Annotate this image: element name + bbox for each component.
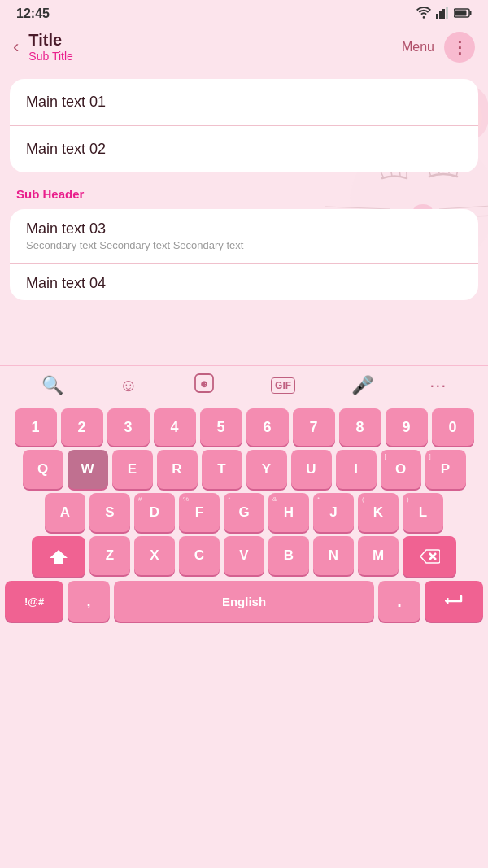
backspace-key[interactable] xyxy=(403,536,456,577)
key-q[interactable]: Q xyxy=(23,450,63,489)
key-6[interactable]: 6 xyxy=(246,408,289,446)
list-item-3[interactable]: Main text 03 Secondary text Secondary te… xyxy=(10,209,478,264)
key-r[interactable]: R xyxy=(157,450,198,489)
key-3[interactable]: 3 xyxy=(107,408,150,446)
more-toolbar-icon[interactable]: ··· xyxy=(429,375,447,396)
key-9[interactable]: 9 xyxy=(386,408,428,446)
content-area: Main text 01 Main text 02 Sub Header Mai… xyxy=(0,72,488,365)
svg-rect-3 xyxy=(446,7,448,19)
key-8[interactable]: 8 xyxy=(339,408,381,446)
emoji-icon[interactable]: ☺ xyxy=(120,375,137,396)
key-5[interactable]: 5 xyxy=(200,408,242,446)
asdf-row: A S #D %F ^G &H *J (K )L xyxy=(5,493,483,532)
list-group-1: Main text 01 Main text 02 xyxy=(10,79,478,172)
sub-header: Sub Header xyxy=(0,179,488,206)
key-b[interactable]: B xyxy=(268,536,309,575)
key-s[interactable]: S xyxy=(89,493,130,532)
key-o[interactable]: [O xyxy=(381,450,421,489)
key-e[interactable]: E xyxy=(112,450,153,489)
mic-icon[interactable]: 🎤 xyxy=(351,375,373,396)
key-2[interactable]: 2 xyxy=(61,408,103,446)
space-key[interactable]: English xyxy=(114,581,374,622)
number-row: 1 2 3 4 5 6 7 8 9 0 xyxy=(5,408,483,446)
key-n[interactable]: N xyxy=(313,536,354,575)
key-z[interactable]: Z xyxy=(89,536,130,575)
list-item-4[interactable]: Main text 04 xyxy=(10,264,478,300)
app-bar: ‹ Title Sub Title Menu ⋮ xyxy=(0,24,488,72)
key-v[interactable]: V xyxy=(224,536,264,575)
key-i[interactable]: I xyxy=(336,450,377,489)
key-p[interactable]: ]P xyxy=(425,450,466,489)
status-icons xyxy=(416,7,472,21)
svg-rect-2 xyxy=(442,9,445,19)
key-m[interactable]: M xyxy=(358,536,399,575)
zxcv-row: Z X C V B N M xyxy=(5,536,483,577)
key-t[interactable]: T xyxy=(202,450,242,489)
key-0[interactable]: 0 xyxy=(432,408,474,446)
battery-icon xyxy=(454,8,472,20)
gif-button[interactable]: GIF xyxy=(271,377,295,394)
qwerty-row: Q W E R T Y U I [O ]P xyxy=(5,450,483,489)
svg-rect-6 xyxy=(455,10,467,15)
title-block: Title Sub Title xyxy=(28,31,402,63)
key-7[interactable]: 7 xyxy=(293,408,335,446)
app-subtitle: Sub Title xyxy=(28,50,402,63)
keyboard: 1 2 3 4 5 6 7 8 9 0 Q W E R T Y U I [O ]… xyxy=(0,405,488,634)
svg-text:☻: ☻ xyxy=(198,377,210,390)
key-x[interactable]: X xyxy=(134,536,175,575)
key-y[interactable]: Y xyxy=(246,450,287,489)
svg-rect-0 xyxy=(436,14,438,19)
symbols-key[interactable]: !@# xyxy=(5,581,63,622)
more-button[interactable]: ⋮ xyxy=(444,32,475,63)
bottom-row: !@# , English . xyxy=(5,581,483,622)
list-group-2: Main text 03 Secondary text Secondary te… xyxy=(10,209,478,300)
key-k[interactable]: (K xyxy=(358,493,399,532)
search-icon[interactable]: 🔍 xyxy=(41,375,63,396)
key-f[interactable]: %F xyxy=(179,493,220,532)
back-button[interactable]: ‹ xyxy=(13,37,19,58)
shift-key[interactable] xyxy=(32,536,85,577)
signal-icon xyxy=(436,7,449,21)
wifi-icon xyxy=(416,7,431,21)
comma-key[interactable]: , xyxy=(68,581,110,622)
enter-key[interactable] xyxy=(425,581,483,622)
key-w[interactable]: W xyxy=(68,450,108,489)
status-time: 12:45 xyxy=(16,7,50,21)
key-1[interactable]: 1 xyxy=(15,408,57,446)
svg-marker-28 xyxy=(50,550,68,564)
key-a[interactable]: A xyxy=(45,493,85,532)
key-g[interactable]: ^G xyxy=(224,493,264,532)
key-d[interactable]: #D xyxy=(134,493,175,532)
key-c[interactable]: C xyxy=(179,536,220,575)
svg-rect-5 xyxy=(470,11,472,15)
keyboard-toolbar: 🔍 ☺ ☻ GIF 🎤 ··· xyxy=(0,365,488,405)
list-item-1[interactable]: Main text 01 xyxy=(10,79,478,126)
app-title: Title xyxy=(28,31,402,50)
status-bar: 12:45 xyxy=(0,0,488,24)
key-j[interactable]: *J xyxy=(313,493,354,532)
key-h[interactable]: &H xyxy=(268,493,309,532)
list-item-2[interactable]: Main text 02 xyxy=(10,126,478,172)
key-u[interactable]: U xyxy=(291,450,332,489)
svg-rect-1 xyxy=(439,11,442,19)
period-key[interactable]: . xyxy=(378,581,420,622)
key-l[interactable]: )L xyxy=(403,493,443,532)
key-4[interactable]: 4 xyxy=(154,408,196,446)
menu-button[interactable]: Menu xyxy=(402,40,434,55)
sticker-icon[interactable]: ☻ xyxy=(194,373,215,399)
